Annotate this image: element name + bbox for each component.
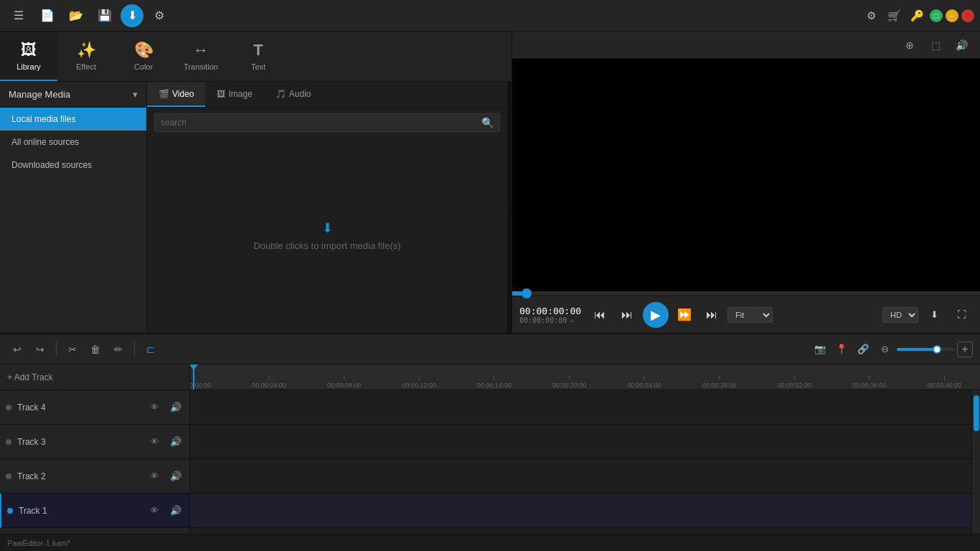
- audio-tab-icon: 🎵: [275, 89, 286, 99]
- menu-button[interactable]: ☰: [6, 3, 32, 29]
- preview-progress[interactable]: [512, 291, 980, 296]
- play-button[interactable]: ▶: [643, 302, 669, 328]
- edit-time-icon[interactable]: ✏: [570, 316, 574, 324]
- store-icon[interactable]: 🛒: [884, 6, 904, 26]
- sidebar-dropdown-icon[interactable]: ▾: [133, 89, 138, 100]
- ruler-marks: 00:00:00:00 00:00:04:00 00:00:08:00 00:0…: [190, 364, 980, 388]
- link-icon-button[interactable]: 🔗: [854, 340, 872, 359]
- fullscreen-button[interactable]: ⛶: [950, 303, 973, 326]
- settings-button[interactable]: ⚙: [146, 3, 172, 29]
- track1-content: [190, 494, 980, 528]
- effect-icon: ✨: [77, 41, 96, 60]
- add-track-button[interactable]: + Add Track: [0, 364, 189, 390]
- vertical-scrollbar[interactable]: [971, 390, 980, 534]
- fit-select[interactable]: Fit 25% 50% 75% 100%: [727, 307, 773, 323]
- tab-color[interactable]: 🎨 Color: [115, 32, 172, 81]
- sidebar-header: Manage Media ▾: [0, 82, 146, 108]
- track3-audio-button[interactable]: 🔊: [168, 434, 184, 450]
- open-button[interactable]: 📂: [63, 3, 89, 29]
- progress-bar: [512, 291, 522, 296]
- minimize-button[interactable]: −: [946, 9, 958, 22]
- add-pip-button[interactable]: ⊕: [900, 35, 920, 55]
- track3-visibility-button[interactable]: 👁: [146, 434, 162, 450]
- tab-transition-label: Transition: [184, 62, 218, 71]
- skip-to-end-button[interactable]: ⏭: [700, 303, 723, 326]
- drop-area-text: Double clicks to import media file(s): [253, 240, 400, 251]
- quality-select[interactable]: HD 4K SD: [882, 307, 918, 323]
- new-button[interactable]: 📄: [34, 3, 60, 29]
- library-icon: 🖼: [21, 41, 37, 60]
- skip-to-start-button[interactable]: ⏮: [588, 303, 611, 326]
- account-icon[interactable]: 🔑: [907, 6, 927, 26]
- step-back-button[interactable]: ⏭: [616, 303, 639, 326]
- maximize-button[interactable]: □: [930, 9, 943, 22]
- timeline-tracks-content: [190, 390, 980, 534]
- preview-video: [512, 59, 980, 291]
- track1-dot: [7, 508, 13, 514]
- download-button[interactable]: ⬇: [121, 4, 143, 27]
- delete-button[interactable]: 🗑: [85, 339, 105, 359]
- import-icon: ⬇: [322, 220, 333, 236]
- tab-library-label: Library: [17, 62, 41, 71]
- add-track-label: + Add Track: [7, 372, 53, 382]
- add-to-timeline-button[interactable]: +: [957, 342, 973, 357]
- tab-text[interactable]: T Text: [230, 32, 287, 81]
- panel-resize-handle[interactable]: ⋮: [507, 82, 512, 333]
- audio-tab-label: Audio: [289, 89, 311, 99]
- preview-toolbar: ⊕ ⬚ 🔊: [512, 32, 980, 59]
- tab-effect[interactable]: ✨ Effect: [57, 32, 115, 81]
- undo-button[interactable]: ↩: [7, 339, 27, 359]
- drop-area[interactable]: ⬇ Double clicks to import media file(s): [147, 138, 507, 333]
- image-tab-label: Image: [228, 89, 252, 99]
- media-panel: Manage Media ▾ Local media files All onl…: [0, 82, 512, 333]
- timeline-playhead[interactable]: [193, 364, 194, 390]
- downloaded-sources-label: Downloaded sources: [11, 160, 92, 170]
- time-display: 00:00:00:00 00:00:00:00 ✏: [519, 306, 584, 324]
- track2-dot: [6, 474, 11, 479]
- search-icon: 🔍: [481, 117, 494, 128]
- download-ctrl-button[interactable]: ⬇: [923, 303, 946, 326]
- volume-button[interactable]: 🔊: [951, 35, 971, 55]
- tab-color-label: Color: [134, 62, 153, 71]
- pen-button[interactable]: ✏: [108, 339, 128, 359]
- camera-icon-button[interactable]: 📷: [811, 340, 829, 359]
- pin-icon-button[interactable]: 📍: [832, 340, 851, 359]
- close-button[interactable]: ✕: [961, 9, 974, 22]
- sidebar-item-local[interactable]: Local media files: [0, 108, 146, 131]
- content-area: 🎬 Video 🖼 Image 🎵 Audio 🔍: [147, 82, 507, 333]
- settings-icon[interactable]: ⚙: [861, 6, 881, 26]
- sidebar-item-downloaded[interactable]: Downloaded sources: [0, 154, 146, 176]
- save-button[interactable]: 💾: [92, 3, 118, 29]
- timeline-area: + Add Track Track 4 👁 🔊 Track 3 👁 🔊 Trac…: [0, 364, 980, 534]
- search-input[interactable]: [161, 118, 477, 128]
- crop-button[interactable]: ⬚: [925, 35, 946, 55]
- track2-visibility-button[interactable]: 👁: [146, 468, 162, 484]
- tab-bar: 🖼 Library ✨ Effect 🎨 Color ↔ Transition …: [0, 32, 512, 82]
- preview-controls: 00:00:00:00 00:00:00:00 ✏ ⏮ ⏭ ▶ ⏩ ⏭ Fit …: [512, 296, 980, 333]
- resize-dots: ⋮: [506, 204, 512, 211]
- track4-audio-button[interactable]: 🔊: [168, 400, 184, 415]
- progress-thumb[interactable]: [522, 288, 532, 298]
- zoom-slider[interactable]: [897, 348, 954, 351]
- sidebar: Manage Media ▾ Local media files All onl…: [0, 82, 147, 333]
- minus-icon-button[interactable]: ⊖: [875, 340, 894, 359]
- step-forward-button[interactable]: ⏩: [673, 303, 696, 326]
- track2-audio-button[interactable]: 🔊: [168, 468, 184, 484]
- tab-audio[interactable]: 🎵 Audio: [264, 82, 323, 107]
- bottom-section: ↩ ↪ ✂ 🗑 ✏ ⊏ 📷 📍 🔗 ⊖ + + Add Track: [0, 333, 980, 534]
- tab-library[interactable]: 🖼 Library: [0, 32, 57, 81]
- tab-video[interactable]: 🎬 Video: [147, 82, 205, 107]
- redo-button[interactable]: ↪: [30, 339, 50, 359]
- track1-audio-button[interactable]: 🔊: [168, 503, 184, 519]
- snap-button[interactable]: ⊏: [141, 339, 161, 359]
- main-content: 🖼 Library ✨ Effect 🎨 Color ↔ Transition …: [0, 32, 980, 333]
- track4-content: [190, 390, 980, 425]
- tab-transition[interactable]: ↔ Transition: [172, 32, 230, 81]
- sidebar-item-online[interactable]: All online sources: [0, 131, 146, 154]
- track3-dot: [6, 439, 11, 445]
- status-bar: PawEditor-1.kam*: [0, 534, 980, 551]
- track4-visibility-button[interactable]: 👁: [146, 400, 162, 415]
- cut-button[interactable]: ✂: [62, 339, 83, 359]
- track1-visibility-button[interactable]: 👁: [146, 503, 162, 519]
- tab-image[interactable]: 🖼 Image: [205, 82, 263, 107]
